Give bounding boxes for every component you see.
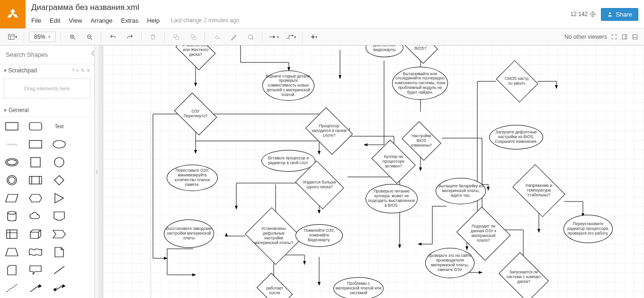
shape-rounded[interactable] (27, 120, 44, 133)
node-process[interactable]: Проблемы с материнской платой или систем… (333, 277, 384, 298)
shape-note[interactable] (51, 245, 67, 259)
shape-circle-double[interactable] (4, 174, 20, 187)
line-color-button[interactable] (227, 31, 240, 43)
shape-square[interactable] (27, 156, 44, 169)
fill-color-button[interactable] (210, 31, 223, 43)
shape-circle[interactable] (51, 156, 67, 169)
insert-button[interactable]: +▾ (307, 31, 321, 43)
shape-card[interactable] (4, 263, 20, 277)
svg-rect-15 (29, 123, 42, 130)
redo-button[interactable] (123, 31, 136, 43)
sidebar-collapse[interactable]: || (95, 45, 99, 298)
delete-button[interactable] (146, 31, 160, 43)
svg-point-25 (8, 211, 16, 214)
shape-cylinder[interactable] (4, 210, 20, 223)
waypoint-button[interactable]: ▾ (284, 31, 297, 43)
node-process[interactable]: Вытаскивайте или отсоединяйте поочередно… (392, 67, 448, 100)
node-process[interactable]: Загрузите дефолтные настройки из BIOS. С… (489, 125, 543, 149)
canvas[interactable]: и замена ОЗУ или Жесткого диска? диагнос… (99, 45, 644, 298)
svg-rect-20 (31, 158, 40, 167)
no-viewers-label: No other viewers (564, 34, 607, 40)
zoom-out-button[interactable] (83, 31, 96, 43)
svg-point-10 (292, 35, 293, 36)
node-process[interactable]: Верните старые детали, проверьте совмест… (262, 70, 314, 101)
menu-view[interactable]: View (69, 15, 87, 26)
shape-rect2[interactable] (27, 138, 44, 151)
shape-callout[interactable] (27, 263, 44, 277)
node-decision[interactable]: Издается больше одного писка? (300, 170, 339, 200)
node-process[interactable]: проверьте это на сайте производителя мат… (425, 248, 474, 278)
node-decision[interactable]: Запускается ли система с компакт диска? (503, 262, 544, 292)
connection-button[interactable]: ▾ (267, 31, 280, 43)
format-panel-icon[interactable] (621, 34, 628, 40)
shape-process[interactable] (27, 174, 44, 187)
node-decision[interactable]: Подходит ли данная ОЗУ к материнской пла… (463, 216, 504, 252)
node-decision[interactable]: Напряжение и температура стабильны? (518, 175, 560, 207)
node-decision[interactable]: работает после (259, 280, 290, 298)
node-process[interactable]: диагностике видеокарты (366, 45, 403, 57)
node-process[interactable]: Вставьте процессор и радиатор в свой сло… (261, 150, 315, 172)
to-front-button[interactable] (170, 31, 183, 43)
shape-parallelogram[interactable] (4, 192, 20, 205)
menu-extras[interactable]: Extras (121, 15, 143, 26)
node-decision[interactable]: Куллер на процессоре активен? (376, 149, 411, 175)
share-button[interactable]: Share (601, 8, 638, 21)
node-process[interactable]: Проверьте питание куллера, может не подх… (366, 184, 418, 213)
node-process[interactable]: Переставьте ОЗУ, минимизируйте количеств… (167, 165, 218, 191)
node-decision[interactable]: Установлены дефольные настройки материнс… (252, 217, 295, 255)
to-back-button[interactable] (187, 31, 200, 43)
menu-edit[interactable]: Edit (50, 15, 65, 26)
menu-help[interactable]: Help (147, 15, 164, 26)
shadow-button[interactable] (244, 31, 257, 43)
node-decision[interactable]: ОЗУ Перетянуто? (178, 101, 213, 127)
shape-trapezoid[interactable] (4, 245, 20, 259)
shape-line[interactable] (51, 263, 67, 277)
shape-cube[interactable] (27, 228, 44, 241)
node-process[interactable]: Восстановите заводские настройки материн… (164, 219, 214, 248)
shape-internal[interactable] (4, 228, 20, 241)
search-input[interactable] (3, 48, 88, 61)
shape-document[interactable] (51, 210, 67, 223)
zoom-select[interactable]: 85%▾ (29, 32, 56, 42)
undo-button[interactable] (106, 31, 119, 43)
scratchpad-actions[interactable]: ? + ✎ ✕ (72, 68, 90, 74)
shape-arrow1[interactable] (27, 281, 44, 295)
scratchpad-title[interactable]: Scratchpad (8, 67, 37, 74)
shape-text[interactable]: Text (51, 120, 67, 133)
scratchpad-dropzone[interactable]: Drag elements here (4, 79, 90, 98)
node-decision[interactable]: Процессор находится в своем слоте? (310, 116, 348, 146)
zoom-in-button[interactable] (66, 31, 79, 43)
shape-triangle[interactable] (51, 192, 67, 205)
shape-hexagon[interactable] (27, 192, 44, 205)
shape-step[interactable] (51, 228, 67, 241)
shape-heading[interactable]: Heading (4, 138, 20, 151)
shape-cloud[interactable] (27, 210, 44, 223)
fullscreen-icon[interactable] (611, 34, 617, 40)
app-logo[interactable] (0, 0, 26, 28)
node-process[interactable]: Поменяйте ОЗУ, поменяйте Видеокарту. (295, 224, 343, 247)
search-icon[interactable] (88, 51, 95, 59)
node-decision[interactable]: CMOS настр. по умолч. (501, 68, 534, 95)
node-process[interactable]: Вытащите батарейку из материнской платы,… (436, 178, 486, 204)
menu-arrange[interactable]: Arrange (90, 15, 117, 26)
node-decision[interactable]: Есть доступ к BIOS? (406, 45, 435, 57)
svg-rect-12 (633, 35, 637, 39)
sidebar: ▾ Scratchpad ? + ✎ ✕ Drag elements here … (0, 45, 95, 298)
shape-tape[interactable] (27, 245, 44, 259)
person-icon (607, 11, 613, 17)
outline-panel-icon[interactable] (632, 34, 638, 40)
view-mode-button[interactable]: ▾ (6, 31, 19, 43)
shape-dash[interactable] (4, 281, 20, 295)
shape-rect[interactable] (4, 120, 20, 133)
document-title[interactable]: Диаграмма без названия.xml (31, 3, 139, 12)
shape-ellipse[interactable] (51, 138, 67, 151)
node-process[interactable]: Переустановите радиатор процессора, пров… (564, 215, 613, 243)
general-section-title[interactable]: General (9, 107, 29, 114)
shape-arrow2[interactable] (51, 281, 67, 295)
node-decision[interactable]: и замена ОЗУ или Жесткого диска? (179, 45, 212, 62)
shape-diamond[interactable] (51, 174, 67, 187)
svg-rect-6 (176, 36, 179, 39)
svg-rect-16 (29, 140, 42, 148)
shape-ellipse-double[interactable] (4, 156, 20, 169)
menu-file[interactable]: File (31, 15, 46, 26)
